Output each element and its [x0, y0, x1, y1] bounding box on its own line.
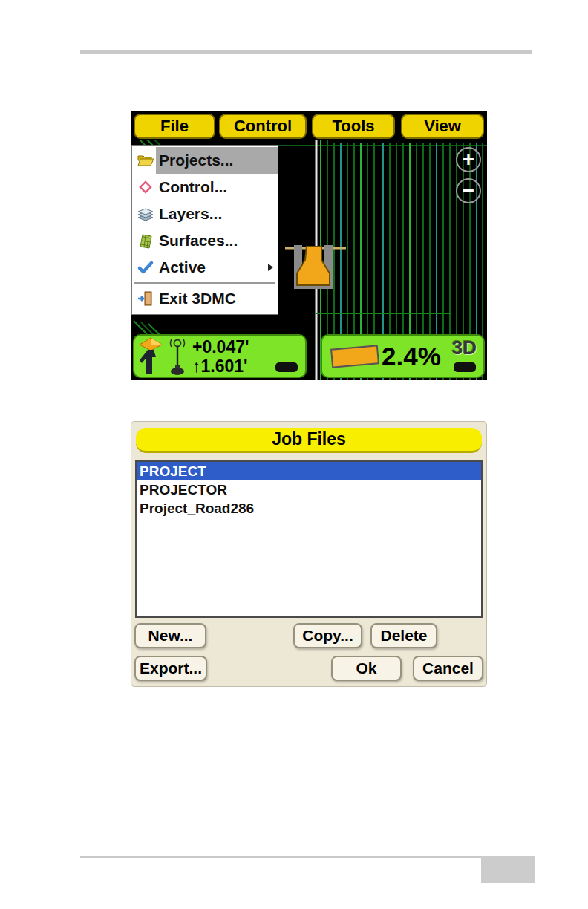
menu-item-layers[interactable]: Layers...	[132, 201, 278, 227]
delete-button[interactable]: Delete	[370, 623, 437, 648]
copy-button[interactable]: Copy...	[293, 623, 362, 648]
cancel-button[interactable]: Cancel	[413, 656, 483, 681]
dialog-title: Job Files	[136, 428, 482, 453]
list-item-project[interactable]: PROJECT	[137, 462, 481, 480]
list-item-project-road286[interactable]: Project_Road286	[137, 499, 481, 518]
zoom-in-button[interactable]: +	[456, 147, 481, 172]
menu-item-label: Projects...	[156, 147, 278, 174]
machine-control-screen: File Control Tools View + − Projects... …	[131, 111, 487, 380]
minus-icon: −	[463, 180, 474, 201]
page-header-rule	[80, 50, 532, 54]
list-item-projector[interactable]: PROJECTOR	[137, 480, 481, 499]
menu-item-exit-3dmc[interactable]: Exit 3DMC	[132, 285, 278, 312]
antenna-height-value: 1.601'	[201, 356, 248, 376]
elevation-status-panel[interactable]: +0.047' ↑1.601'	[133, 334, 307, 378]
layers-icon	[135, 204, 156, 224]
menu-item-label: Layers...	[156, 201, 278, 227]
machine-icon	[285, 245, 346, 289]
cross-slope-value: 2.4%	[382, 342, 441, 371]
menu-item-surfaces[interactable]: Surfaces...	[132, 227, 278, 254]
up-arrow-icon: ↑	[192, 356, 201, 376]
menu-control-button[interactable]: Control	[219, 114, 307, 139]
menu-item-control[interactable]: Control...	[132, 174, 278, 201]
export-button[interactable]: Export...	[134, 656, 207, 681]
control-point-icon	[135, 177, 156, 197]
slope-status-panel[interactable]: 2.4% 3D	[321, 334, 485, 378]
prism-rod-icon	[137, 337, 164, 376]
antenna-icon	[169, 337, 186, 376]
page-footer-marker	[481, 856, 535, 883]
battery-icon	[454, 362, 476, 372]
menu-item-projects[interactable]: Projects...	[132, 147, 278, 174]
exit-door-icon	[135, 289, 156, 308]
job-files-dialog: Job Files PROJECT PROJECTOR Project_Road…	[131, 421, 487, 687]
page-footer-rule	[80, 856, 481, 858]
menu-item-label: Exit 3DMC	[156, 285, 278, 312]
blade-icon	[330, 345, 379, 368]
menu-item-label: Active	[156, 254, 268, 281]
menu-item-label: Surfaces...	[156, 227, 278, 254]
battery-icon	[275, 362, 298, 372]
zoom-out-button[interactable]: −	[456, 178, 481, 203]
ok-button[interactable]: Ok	[331, 656, 402, 681]
folder-open-icon	[135, 151, 156, 170]
menu-tools-button[interactable]: Tools	[312, 114, 395, 139]
menu-item-label: Control...	[156, 174, 278, 201]
menu-item-active[interactable]: Active	[132, 254, 278, 281]
menu-view-button[interactable]: View	[401, 114, 484, 139]
surface-icon	[135, 231, 156, 250]
new-button[interactable]: New...	[134, 623, 206, 648]
cut-fill-value: +0.047'	[192, 337, 249, 356]
job-files-list: PROJECT PROJECTOR Project_Road286	[135, 460, 483, 618]
menu-separator	[134, 282, 275, 284]
file-dropdown-menu: Projects... Control... Layers... Surface…	[131, 145, 278, 315]
mode-3d-badge: 3D	[452, 336, 477, 359]
submenu-arrow-icon	[268, 264, 273, 271]
menu-file-button[interactable]: File	[134, 114, 215, 139]
checkmark-icon	[135, 258, 156, 277]
plus-icon: +	[463, 149, 474, 170]
